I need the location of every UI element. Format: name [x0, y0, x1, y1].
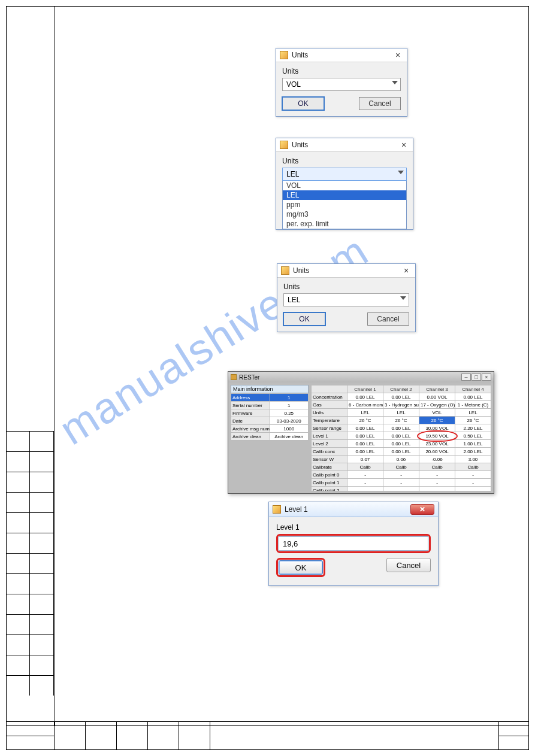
param-cell[interactable]: 0.00 LEL — [347, 393, 383, 401]
info-row-value[interactable]: 0.25 — [270, 409, 309, 417]
ok-button[interactable]: OK — [279, 560, 323, 575]
minimize-button[interactable]: – — [461, 374, 471, 381]
close-button[interactable]: ✕ — [410, 504, 434, 515]
param-cell[interactable]: - — [347, 479, 383, 487]
param-cell[interactable]: - — [383, 471, 419, 479]
param-cell[interactable]: 2.20 LEL — [455, 424, 491, 432]
param-cell[interactable]: 26 °C — [383, 417, 419, 424]
param-cell[interactable]: 6 - Carbon monoxide (C — [347, 401, 383, 409]
param-cell[interactable]: 0.00 LEL — [383, 424, 419, 432]
param-row-label[interactable]: Calibrate — [312, 463, 347, 471]
units-combobox[interactable]: VOL — [282, 78, 401, 91]
param-cell[interactable]: 0.50 LEL — [455, 432, 491, 440]
info-row-label[interactable]: Firmware — [231, 409, 270, 417]
param-cell[interactable]: 1.00 LEL — [455, 440, 491, 448]
combobox-option[interactable]: VOL — [283, 181, 406, 190]
param-cell[interactable]: - — [383, 479, 419, 487]
param-cell[interactable]: 0.00 LEL — [383, 448, 419, 456]
ok-button[interactable]: OK — [283, 312, 325, 326]
param-row-label[interactable]: Calib point 0 — [312, 471, 347, 479]
param-cell[interactable]: 1 - Metane (C) — [455, 401, 491, 409]
combobox-option[interactable]: LEL — [283, 190, 406, 200]
param-cell[interactable]: - — [419, 471, 455, 479]
param-cell[interactable]: 30.00 VOL — [419, 424, 455, 432]
info-row-value[interactable]: 1 — [270, 394, 309, 402]
info-row-value[interactable]: 03-03-2020 — [270, 417, 309, 425]
level1-input[interactable] — [279, 536, 428, 551]
param-cell[interactable]: 3.00 — [455, 456, 491, 463]
units-combobox[interactable]: LEL — [283, 293, 409, 306]
close-icon[interactable]: × — [398, 140, 409, 150]
cancel-button[interactable]: Cancel — [386, 558, 431, 572]
close-icon[interactable]: × — [401, 266, 412, 275]
param-cell[interactable]: 0.00 LEL — [383, 393, 419, 401]
combobox-dropdown[interactable]: VOLLELppmmg/m3per. exp. limit — [282, 181, 407, 229]
info-row-value[interactable]: 1 — [270, 402, 309, 409]
param-row-label[interactable]: Temperature — [312, 417, 347, 424]
combobox-option[interactable]: mg/m3 — [283, 210, 406, 219]
param-row-label[interactable]: Level 2 — [312, 440, 347, 448]
param-cell[interactable]: VOL — [419, 409, 455, 417]
combobox-option[interactable]: ppm — [283, 200, 406, 210]
param-row-label[interactable]: Concentration — [312, 393, 347, 401]
info-row-label[interactable]: Archive clean — [231, 433, 270, 441]
param-row-label[interactable]: Sensor W — [312, 456, 347, 463]
param-cell[interactable]: -0.06 — [419, 456, 455, 463]
info-row-value[interactable]: Archive clean — [270, 433, 309, 441]
param-cell[interactable]: 3 - Hydrogen sulfide (H — [383, 401, 419, 409]
param-cell[interactable]: 2.00 LEL — [455, 448, 491, 456]
param-cell[interactable]: 0.00 LEL — [347, 424, 383, 432]
param-cell[interactable]: 0.00 LEL — [455, 393, 491, 401]
calibrate-button[interactable]: Calib — [419, 463, 455, 471]
param-cell[interactable]: - — [455, 487, 491, 491]
param-row-label[interactable]: Units — [312, 409, 347, 417]
calibrate-button[interactable]: Calib — [347, 463, 383, 471]
param-cell[interactable]: 17 - Oxygen (O) — [419, 401, 455, 409]
param-cell[interactable]: - — [383, 487, 419, 491]
param-row-label[interactable]: Level 1 — [312, 432, 347, 440]
param-cell[interactable]: - — [455, 471, 491, 479]
param-cell[interactable]: LEL — [383, 409, 419, 417]
info-row-label[interactable]: Archive msg num — [231, 425, 270, 433]
info-row-label[interactable]: Serial number — [231, 402, 270, 409]
param-cell[interactable]: 0.00 VOL — [419, 393, 455, 401]
maximize-button[interactable]: □ — [471, 374, 481, 381]
param-cell[interactable]: 0.07 — [347, 456, 383, 463]
param-row-label[interactable]: Calib conc — [312, 448, 347, 456]
param-cell[interactable]: 19.50 VOL — [419, 432, 455, 440]
param-cell[interactable]: 0.00 LEL — [347, 432, 383, 440]
param-cell[interactable]: 20.60 VOL — [419, 448, 455, 456]
param-cell[interactable]: - — [347, 471, 383, 479]
param-cell[interactable]: - — [419, 487, 455, 491]
param-cell[interactable]: 0.00 LEL — [383, 440, 419, 448]
close-icon[interactable]: × — [392, 50, 403, 60]
param-row-label[interactable]: Calib point 1 — [312, 479, 347, 487]
cancel-button[interactable]: Cancel — [359, 97, 401, 110]
param-cell[interactable]: 0.06 — [383, 456, 419, 463]
calibrate-button[interactable]: Calib — [455, 463, 491, 471]
param-cell[interactable]: 26 °C — [455, 417, 491, 424]
cancel-button[interactable]: Cancel — [367, 312, 409, 326]
param-cell[interactable]: 0.00 LEL — [383, 432, 419, 440]
param-cell[interactable]: 26 °C — [347, 417, 383, 424]
ok-button[interactable]: OK — [282, 97, 324, 110]
param-cell[interactable]: - — [419, 479, 455, 487]
param-row-label[interactable]: Gas — [312, 401, 347, 409]
param-cell[interactable]: 0.00 LEL — [347, 448, 383, 456]
param-cell[interactable]: - — [455, 479, 491, 487]
info-row-label[interactable]: Address — [231, 394, 270, 402]
info-row-label[interactable]: Date — [231, 417, 270, 425]
param-row-label[interactable]: Calib point 2 — [312, 487, 347, 491]
param-cell[interactable]: 0.00 LEL — [347, 440, 383, 448]
param-cell[interactable]: 26 °C — [419, 417, 455, 424]
units-combobox[interactable]: LEL — [282, 168, 407, 181]
param-cell[interactable]: LEL — [455, 409, 491, 417]
combobox-option[interactable]: per. exp. limit — [283, 219, 406, 229]
close-button[interactable]: × — [482, 374, 491, 381]
param-cell[interactable]: - — [347, 487, 383, 491]
info-row-value[interactable]: 1000 — [270, 425, 309, 433]
param-cell[interactable]: 23.00 VOL — [419, 440, 455, 448]
param-row-label[interactable]: Sensor range — [312, 424, 347, 432]
calibrate-button[interactable]: Calib — [383, 463, 419, 471]
param-cell[interactable]: LEL — [347, 409, 383, 417]
